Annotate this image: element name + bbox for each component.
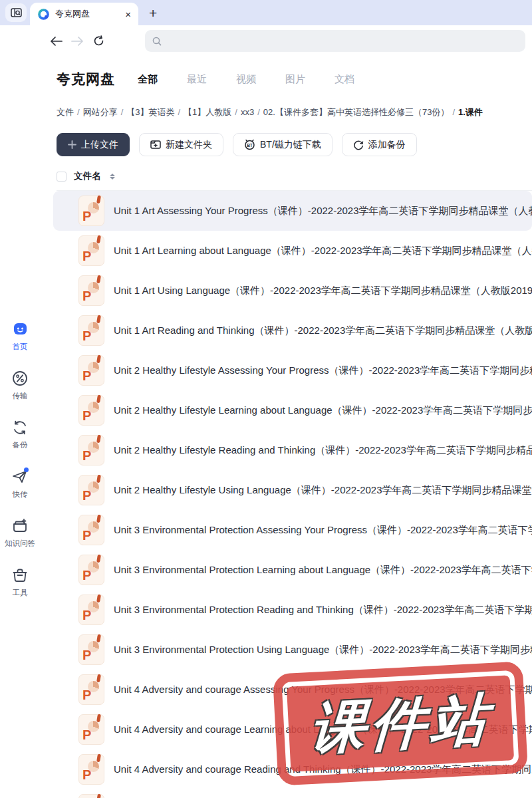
- ppt-letter: P: [82, 448, 91, 464]
- refresh-icon[interactable]: [92, 35, 105, 48]
- breadcrumb-item[interactable]: 【3】英语类: [126, 107, 174, 117]
- ppt-file-icon: P: [78, 315, 104, 346]
- sidebar-item-backup[interactable]: 备份: [11, 418, 29, 450]
- ppt-letter: P: [82, 289, 91, 304]
- sidebar-item-home[interactable]: 首页: [11, 320, 29, 352]
- tab-images[interactable]: 图片: [285, 73, 305, 86]
- ppt-letter: P: [82, 728, 91, 743]
- ppt-letter: P: [82, 608, 91, 623]
- forward-icon[interactable]: [70, 35, 84, 48]
- ppt-file-icon: P: [78, 634, 104, 665]
- breadcrumb-separator: /: [452, 107, 455, 117]
- file-row[interactable]: P Unit 1 Art Learning about Language（课件）…: [53, 231, 532, 271]
- search-input[interactable]: [167, 36, 525, 46]
- file-row[interactable]: P Unit 2 Healthy Lifestyle Assessing You…: [53, 350, 532, 390]
- browser-tab[interactable]: 夸克网盘 ×: [30, 3, 138, 25]
- new-tab-icon[interactable]: +: [149, 6, 157, 20]
- breadcrumb-item[interactable]: xx3: [241, 107, 254, 117]
- view-tabs: 全部 最近 视频 图片 文档: [138, 73, 354, 86]
- ppt-corner-fold: [96, 196, 101, 204]
- file-name: Unit 2 Healthy Lifestyle Learning about …: [114, 404, 532, 417]
- tab-recent[interactable]: 最近: [187, 73, 207, 86]
- breadcrumb-separator: /: [77, 107, 80, 117]
- sidebar-item-label: 首页: [13, 342, 28, 352]
- new-folder-button[interactable]: 新建文件夹: [139, 133, 223, 156]
- ppt-letter: P: [82, 568, 91, 583]
- breadcrumb-item[interactable]: 文件: [57, 107, 74, 117]
- ppt-corner-fold: [96, 515, 101, 523]
- breadcrumb-item[interactable]: 网站分享: [83, 107, 118, 117]
- breadcrumb-item[interactable]: 02.【课件多套】高中英语选择性必修三（73份）: [263, 107, 450, 117]
- file-row[interactable]: P Unit 1 Art Using Language（课件）-2022-202…: [53, 271, 532, 311]
- file-row[interactable]: P Unit 3 Environmental Protection Assess…: [53, 510, 532, 550]
- tab-all[interactable]: 全部: [138, 73, 158, 86]
- file-name: Unit 1 Art Assessing Your Progress（课件）-2…: [114, 205, 532, 217]
- address-search-bar[interactable]: [145, 30, 525, 52]
- ppt-corner-fold: [96, 475, 101, 483]
- ppt-letter: P: [82, 528, 91, 543]
- ppt-file-icon: P: [78, 196, 104, 226]
- ppt-corner-fold: [96, 235, 101, 244]
- ppt-corner-fold: [96, 595, 101, 603]
- ppt-file-icon: P: [78, 235, 104, 266]
- upload-file-button[interactable]: 上传文件: [57, 133, 130, 156]
- file-row[interactable]: P: [53, 789, 532, 798]
- add-backup-label: 添加备份: [368, 139, 406, 151]
- sidebar-item-label: 备份: [13, 440, 28, 450]
- window-search-icon: [11, 8, 22, 18]
- sidebar-item-label: 快传: [13, 489, 28, 499]
- file-row[interactable]: P Unit 4 Adversity and courage Reading a…: [53, 749, 532, 789]
- file-row[interactable]: P Unit 3 Environmental Protection Readin…: [53, 590, 532, 630]
- file-row[interactable]: P Unit 3 Environmental Protection Learni…: [53, 550, 532, 590]
- sort-icon[interactable]: [110, 174, 115, 180]
- tab-search-button[interactable]: [5, 3, 27, 22]
- ppt-letter: P: [82, 688, 91, 703]
- file-name: Unit 1 Art Using Language（课件）-2022-2023学…: [114, 285, 532, 297]
- ppt-file-icon: P: [78, 754, 104, 785]
- ppt-letter: P: [82, 408, 91, 424]
- breadcrumb-item-current: 1.课件: [458, 107, 483, 117]
- notification-dot: [24, 467, 29, 472]
- ppt-corner-fold: [96, 754, 101, 763]
- breadcrumb-item[interactable]: 【1】人教版: [184, 107, 231, 117]
- breadcrumb-separator: /: [235, 107, 237, 117]
- tab-documents[interactable]: 文档: [334, 73, 354, 86]
- ppt-file-icon: P: [78, 355, 104, 386]
- file-row[interactable]: P Unit 2 Healthy Lifestyle Learning abou…: [53, 390, 532, 430]
- ppt-file-icon: P: [78, 674, 104, 705]
- bt-magnet-label: BT/磁力链下载: [260, 139, 321, 151]
- sidebar-item-transfer[interactable]: 传输: [11, 369, 29, 401]
- file-row[interactable]: P Unit 1 Art Reading and Thinking（课件）-20…: [53, 311, 532, 350]
- sidebar-item-quick-transfer[interactable]: 快传: [11, 467, 29, 499]
- file-row[interactable]: P Unit 1 Art Assessing Your Progress（课件）…: [53, 191, 532, 231]
- back-icon[interactable]: [49, 35, 63, 48]
- file-name: Unit 2 Healthy Lifestyle Using Language（…: [114, 484, 532, 497]
- toolbar: 上传文件 新建文件夹 BT BT/磁力链下载 添加备份: [57, 133, 532, 156]
- bt-magnet-download-button[interactable]: BT BT/磁力链下载: [233, 133, 332, 156]
- file-name: Unit 3 Environmental Protection Reading …: [114, 604, 532, 616]
- file-name: Unit 2 Healthy Lifestyle Assessing Your …: [114, 364, 532, 377]
- ppt-corner-fold: [96, 555, 101, 563]
- ppt-file-icon: P: [78, 794, 104, 798]
- folder-add-icon: [11, 517, 29, 535]
- file-row[interactable]: P Unit 2 Healthy Lifestyle Using Languag…: [53, 470, 532, 510]
- select-all-checkbox[interactable]: [57, 172, 66, 182]
- breadcrumb: 文件/网站分享/【3】英语类/【1】人教版/xx3/02.【课件多套】高中英语选…: [57, 106, 532, 118]
- sidebar-item-knowledge-qa[interactable]: 知识问答: [5, 517, 35, 549]
- search-icon: [152, 37, 162, 46]
- file-row[interactable]: P Unit 4 Adversity and courage Assessing…: [53, 670, 532, 710]
- svg-text:BT: BT: [247, 143, 253, 148]
- tab-videos[interactable]: 视频: [236, 73, 256, 86]
- quark-logo-icon: [37, 8, 50, 21]
- filename-column-header: 文件名: [74, 170, 101, 182]
- file-list-header: 文件名: [57, 170, 532, 182]
- file-row[interactable]: P Unit 4 Adversity and courage Learning …: [53, 710, 532, 749]
- sidebar-item-tools[interactable]: 工具: [11, 566, 29, 598]
- ppt-file-icon: P: [78, 555, 104, 585]
- file-row[interactable]: P Unit 2 Healthy Lifestyle Reading and T…: [53, 430, 532, 470]
- file-name: Unit 1 Art Reading and Thinking（课件）-2022…: [114, 325, 532, 337]
- file-row[interactable]: P Unit 3 Environmental Protection Using …: [53, 630, 532, 670]
- main-content: 夸克网盘 全部 最近 视频 图片 文档 文件/网站分享/【3】英语类/【1】人教…: [40, 57, 532, 798]
- tab-close-icon[interactable]: ×: [125, 9, 131, 19]
- add-backup-button[interactable]: 添加备份: [342, 133, 417, 156]
